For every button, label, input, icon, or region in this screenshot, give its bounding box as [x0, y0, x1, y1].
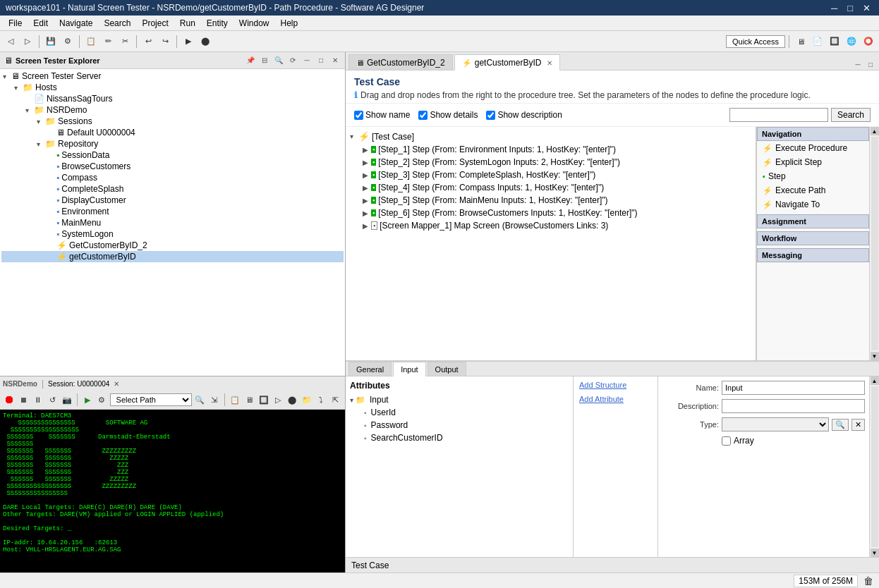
explorer-collapse-btn[interactable]: ⊟ [259, 55, 270, 66]
play-button[interactable]: ▶ [81, 392, 94, 408]
tree-item-repository[interactable]: ▾ 📁 Repository [1, 138, 344, 149]
menu-project[interactable]: Project [136, 17, 174, 30]
session-close-btn[interactable]: ✕ [111, 378, 122, 389]
menu-search[interactable]: Search [98, 17, 136, 30]
menu-file[interactable]: File [3, 17, 28, 30]
proc-toggle-screenmapper[interactable]: ▶ [363, 222, 371, 230]
tree-item-mainmenu[interactable]: ▪ MainMenu [1, 217, 344, 228]
tree-item-hosts[interactable]: ▾ 📁 Hosts [1, 82, 344, 93]
proc-toggle-step4[interactable]: ▶ [363, 184, 371, 192]
tree-item-compass[interactable]: ▪ Compass [1, 172, 344, 183]
nav-step[interactable]: ▪ Step [757, 169, 869, 183]
session-icon4[interactable]: ▷ [272, 392, 284, 408]
tab-max-btn[interactable]: □ [865, 59, 876, 70]
search-button[interactable]: Search [831, 108, 871, 122]
tree-item-default[interactable]: 🖥 Default U0000004 [1, 127, 344, 138]
attr-userid[interactable]: ▪ UserId [350, 406, 569, 419]
tree-item-environment[interactable]: ▪ Environment [1, 206, 344, 217]
menu-window[interactable]: Window [234, 17, 275, 30]
loop-button[interactable]: ↺ [46, 392, 59, 408]
tab-min-btn[interactable]: ─ [852, 59, 863, 70]
proc-toggle-step2[interactable]: ▶ [363, 159, 371, 166]
proc-root[interactable]: ▾ ⚡ [Test Case] [348, 130, 753, 143]
proc-toggle-step3[interactable]: ▶ [363, 171, 371, 179]
window-controls[interactable]: ─ □ ✕ [828, 3, 873, 13]
explorer-sync-btn[interactable]: ⟳ [287, 55, 298, 66]
prop-type-select[interactable] [722, 417, 829, 431]
close-button[interactable]: ✕ [860, 3, 873, 13]
navigation-section-header[interactable]: Navigation [757, 127, 869, 141]
workflow-section-header[interactable]: Workflow [757, 231, 869, 245]
toolbar-btn7[interactable]: ↪ [157, 34, 173, 49]
tab-getcustomerbyid[interactable]: ⚡ getCustomerByID ✕ [454, 54, 561, 71]
trash-icon[interactable]: 🗑 [863, 575, 873, 587]
assignment-section-header[interactable]: Assignment [757, 214, 869, 228]
nav-execute-procedure[interactable]: ⚡ Execute Procedure [757, 141, 869, 155]
bottom-scroll-up-btn[interactable]: ▲ [871, 376, 879, 385]
tree-item-sessiondata[interactable]: ▪ SessionData [1, 149, 344, 161]
show-details-checkbox[interactable]: Show details [418, 110, 478, 120]
tree-root[interactable]: ▾ 🖥 Screen Tester Server [1, 71, 344, 82]
type-search-btn[interactable]: 🔍 [832, 419, 849, 431]
toolbar-save-btn[interactable]: 💾 [43, 34, 59, 49]
tree-item-getcustomerbyid2[interactable]: ⚡ GetCustomerByID_2 [1, 240, 344, 251]
scroll-down-btn[interactable]: ▼ [871, 352, 879, 360]
toolbar-icon1[interactable]: 🖥 [793, 34, 808, 49]
tree-toggle-repository[interactable]: ▾ [37, 140, 45, 148]
search-input[interactable] [729, 108, 828, 122]
explorer-search-btn[interactable]: 🔍 [273, 55, 284, 66]
tab-input[interactable]: Input [393, 362, 425, 376]
proc-toggle-step5[interactable]: ▶ [363, 197, 371, 204]
add-structure-btn[interactable]: Add Structure [579, 379, 652, 391]
toolbar-btn3[interactable]: 📋 [83, 34, 99, 49]
add-attribute-btn[interactable]: Add Attribute [579, 393, 652, 405]
prop-array-checkbox[interactable] [722, 436, 731, 446]
show-details-input[interactable] [418, 111, 428, 120]
nav-execute-path[interactable]: ⚡ Execute Path [757, 183, 869, 197]
explorer-max-btn[interactable]: □ [315, 55, 327, 66]
attr-searchcustomerid[interactable]: ▪ SearchCustomerID [350, 431, 569, 444]
menu-run[interactable]: Run [174, 17, 201, 30]
tree-toggle-sessions[interactable]: ▾ [37, 118, 45, 125]
tab-general[interactable]: General [348, 362, 392, 376]
type-clear-btn[interactable]: ✕ [851, 419, 865, 431]
toolbar-btn5[interactable]: ✂ [117, 34, 133, 49]
prop-name-input[interactable] [722, 381, 865, 395]
record-button[interactable]: ⏺ [3, 392, 16, 408]
proc-toggle-step1[interactable]: ▶ [363, 146, 371, 154]
proc-toggle-root[interactable]: ▾ [350, 133, 358, 140]
step-button[interactable]: 📷 [61, 392, 73, 408]
tree-item-completesplash[interactable]: ▪ CompleteSplash [1, 183, 344, 195]
attr-input-root[interactable]: ▾ 📁 Input [350, 393, 569, 406]
tree-toggle-nsrdemo[interactable]: ▾ [25, 106, 34, 114]
session-icon2[interactable]: 🖥 [243, 392, 255, 408]
expand-session-btn[interactable]: ⇲ [208, 392, 221, 408]
stop-button[interactable]: ⏹ [17, 392, 30, 408]
menu-help[interactable]: Help [275, 17, 304, 30]
tree-item-browsecustomers[interactable]: ▪ BrowseCustomers [1, 161, 344, 172]
proc-step3[interactable]: ▶ ▪ [Step_3] Step (From: CompleteSplash,… [348, 169, 753, 181]
search-path-btn[interactable]: 🔍 [193, 392, 206, 408]
prop-description-input[interactable] [722, 399, 865, 413]
tree-item-getcustomerbyid[interactable]: ⚡ getCustomerByID [1, 251, 344, 262]
maximize-button[interactable]: □ [844, 3, 856, 13]
tree-toggle-root[interactable]: ▾ [3, 73, 11, 80]
toolbar-btn2[interactable]: ⚙ [60, 34, 75, 49]
toolbar-icon3[interactable]: 🔲 [827, 34, 842, 49]
proc-screenmapper[interactable]: ▶ ▪ [Screen Mapper_1] Map Screen (Browse… [348, 219, 753, 232]
tab-output[interactable]: Output [428, 362, 466, 376]
nav-navigate-to[interactable]: ⚡ Navigate To [757, 197, 869, 212]
toolbar-btn4[interactable]: ✏ [100, 34, 116, 49]
minimize-button[interactable]: ─ [828, 3, 840, 13]
path-select[interactable]: Select Path [110, 393, 193, 406]
tree-item-nissans[interactable]: 📄 NissansSagTours [1, 93, 344, 104]
menu-navigate[interactable]: Navigate [54, 17, 98, 30]
quick-access-button[interactable]: Quick Access [726, 35, 785, 48]
show-name-checkbox[interactable]: Show name [354, 110, 410, 120]
session-icon7[interactable]: ⤵ [315, 392, 327, 408]
tree-item-systemlogon[interactable]: ▪ SystemLogon [1, 228, 344, 240]
proc-toggle-step6[interactable]: ▶ [363, 209, 371, 217]
show-name-input[interactable] [354, 111, 363, 120]
session-icon8[interactable]: ⇱ [329, 392, 341, 408]
tree-item-displaycustomer[interactable]: ▪ DisplayCustomer [1, 195, 344, 206]
